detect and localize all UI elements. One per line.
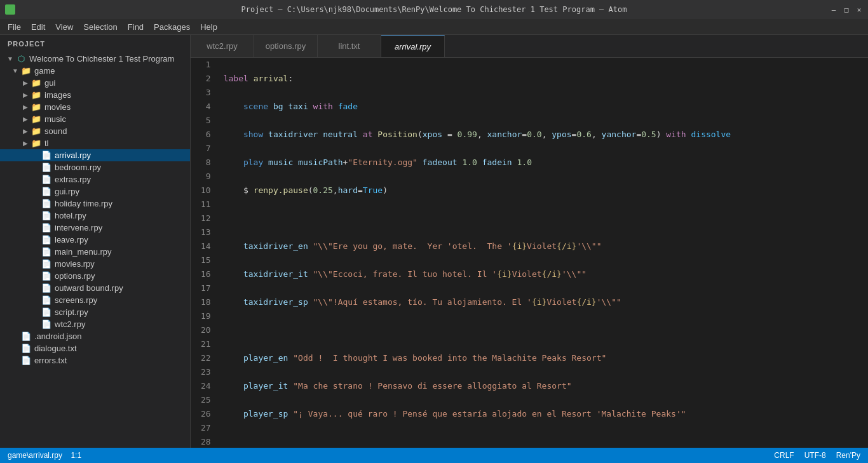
dialogue-label: dialogue.txt xyxy=(34,344,77,353)
bedroom-file-icon: 📄 xyxy=(41,163,52,172)
tree-folder-images[interactable]: ▶ 📁 images xyxy=(0,89,190,101)
intervene-file-icon: 📄 xyxy=(41,223,52,232)
tab-wtc2[interactable]: wtc2.rpy xyxy=(191,35,254,57)
menu-item-file[interactable]: File xyxy=(3,21,26,33)
android-file-icon: 📄 xyxy=(20,332,32,341)
outward-label: outward bound.rpy xyxy=(55,283,123,293)
root-folder-icon: ⬡ xyxy=(15,54,27,64)
editor-area: wtc2.rpy options.rpy lint.txt arrival.rp… xyxy=(191,35,868,448)
tree-folder-game[interactable]: ▼ 📁 game xyxy=(0,65,190,77)
movies-chevron: ▶ xyxy=(20,104,31,111)
status-grammar[interactable]: Ren'Py xyxy=(836,451,860,460)
tl-folder-icon: 📁 xyxy=(31,138,42,148)
status-eol[interactable]: CRLF xyxy=(774,451,794,460)
maximize-button[interactable]: □ xyxy=(843,6,850,13)
errors-label: errors.txt xyxy=(34,356,67,365)
menu-item-view[interactable]: View xyxy=(50,21,78,33)
gui-chevron: ▶ xyxy=(20,79,31,86)
tree-file-moviesrpy[interactable]: 📄 movies.rpy xyxy=(0,258,190,270)
tree-file-intervene[interactable]: 📄 intervene.rpy xyxy=(0,222,190,234)
tree-folder-sound[interactable]: ▶ 📁 sound xyxy=(0,125,190,137)
holiday-label: holiday time.rpy xyxy=(55,199,112,208)
tree-file-gui-rpy[interactable]: 📄 gui.rpy xyxy=(0,185,190,198)
tree-file-wtc2[interactable]: 📄 wtc2.rpy xyxy=(0,318,190,330)
mainmenu-file-icon: 📄 xyxy=(41,247,52,257)
errors-file-icon: 📄 xyxy=(20,356,32,365)
tree-folder-movies[interactable]: ▶ 📁 movies xyxy=(0,101,190,113)
tree-file-bedroom[interactable]: 📄 bedroom.rpy xyxy=(0,161,190,173)
tab-wtc2-label: wtc2.rpy xyxy=(207,41,237,51)
extras-label: extras.rpy xyxy=(55,175,91,184)
tree-file-dialogue[interactable]: 📄 dialogue.txt xyxy=(0,342,190,354)
statusbar: game\arrival.rpy 1:1 CRLF UTF-8 Ren'Py xyxy=(0,448,868,463)
tree-file-leave[interactable]: 📄 leave.rpy xyxy=(0,234,190,246)
sidebar-header: Project xyxy=(0,35,190,53)
music-chevron: ▶ xyxy=(20,116,31,123)
gui-folder-icon: 📁 xyxy=(31,78,42,88)
sidebar: Project ▼ ⬡ Welcome To Chichester 1 Test… xyxy=(0,35,191,448)
root-label: Welcome To Chichester 1 Test Program xyxy=(29,54,174,64)
tree-file-mainmenu[interactable]: 📄 main_menu.rpy xyxy=(0,246,190,258)
tab-arrival[interactable]: arrival.rpy xyxy=(381,35,445,57)
app-icon xyxy=(5,4,15,15)
guirpy-file-icon: 📄 xyxy=(41,187,52,196)
tree-folder-music[interactable]: ▶ 📁 music xyxy=(0,113,190,125)
tree-file-arrival[interactable]: 📄 arrival.rpy xyxy=(0,149,190,161)
tab-lint[interactable]: lint.txt xyxy=(318,35,381,57)
outward-file-icon: 📄 xyxy=(41,283,52,293)
tree-file-script[interactable]: 📄 script.rpy xyxy=(0,306,190,318)
tree-folder-tl[interactable]: ▶ 📁 tl xyxy=(0,137,190,149)
music-folder-icon: 📁 xyxy=(31,114,42,124)
arrival-file-icon: 📄 xyxy=(41,151,52,160)
titlebar: Project — C:\Users\njk98\Documents\RenPy… xyxy=(0,0,868,19)
script-label: script.rpy xyxy=(55,307,88,317)
minimize-button[interactable]: — xyxy=(830,6,837,13)
tree-root[interactable]: ▼ ⬡ Welcome To Chichester 1 Test Program xyxy=(0,53,190,65)
tab-options[interactable]: options.rpy xyxy=(254,35,318,57)
status-right: CRLF UTF-8 Ren'Py xyxy=(774,451,860,460)
code-editor[interactable]: 12345 678910 1112131415 1617181920 21222… xyxy=(191,58,868,448)
images-folder-icon: 📁 xyxy=(31,90,42,100)
file-tree: ▼ ⬡ Welcome To Chichester 1 Test Program… xyxy=(0,53,190,448)
tab-bar: wtc2.rpy options.rpy lint.txt arrival.rp… xyxy=(191,35,868,58)
moviesrpy-file-icon: 📄 xyxy=(41,259,52,269)
arrival-label: arrival.rpy xyxy=(55,151,91,160)
code-content: label arrival: scene bg taxi with fade s… xyxy=(219,58,868,448)
tab-arrival-label: arrival.rpy xyxy=(395,42,431,51)
tree-folder-gui[interactable]: ▶ 📁 gui xyxy=(0,77,190,89)
main-layout: Project ▼ ⬡ Welcome To Chichester 1 Test… xyxy=(0,35,868,448)
tl-chevron: ▶ xyxy=(20,140,31,147)
menu-item-selection[interactable]: Selection xyxy=(78,21,122,33)
mainmenu-label: main_menu.rpy xyxy=(55,247,112,257)
script-file-icon: 📄 xyxy=(41,307,52,317)
tree-file-outward[interactable]: 📄 outward bound.rpy xyxy=(0,282,190,294)
sound-label: sound xyxy=(44,126,67,136)
leave-label: leave.rpy xyxy=(55,235,88,245)
game-label: game xyxy=(34,66,55,76)
tree-file-holiday[interactable]: 📄 holiday time.rpy xyxy=(0,198,190,210)
leave-file-icon: 📄 xyxy=(41,235,52,245)
hotel-label: hotel.rpy xyxy=(55,211,86,220)
status-encoding[interactable]: UTF-8 xyxy=(804,451,826,460)
tree-file-screens[interactable]: 📄 screens.rpy xyxy=(0,294,190,306)
tree-file-extras[interactable]: 📄 extras.rpy xyxy=(0,173,190,185)
options-label: options.rpy xyxy=(55,271,95,281)
hotel-file-icon: 📄 xyxy=(41,211,52,220)
menu-item-packages[interactable]: Packages xyxy=(149,21,195,33)
tree-file-options[interactable]: 📄 options.rpy xyxy=(0,270,190,282)
menu-item-help[interactable]: Help xyxy=(195,21,222,33)
close-button[interactable]: ✕ xyxy=(855,6,863,13)
sound-folder-icon: 📁 xyxy=(31,126,42,136)
tree-file-errors[interactable]: 📄 errors.txt xyxy=(0,354,190,366)
menu-item-edit[interactable]: Edit xyxy=(26,21,50,33)
menu-item-find[interactable]: Find xyxy=(123,21,149,33)
gui-label: gui xyxy=(44,78,55,88)
screens-file-icon: 📄 xyxy=(41,295,52,305)
tree-file-androidjson[interactable]: 📄 .android.json xyxy=(0,330,190,342)
movies-label: movies xyxy=(44,102,71,112)
tree-file-hotel[interactable]: 📄 hotel.rpy xyxy=(0,210,190,222)
moviesrpy-label: movies.rpy xyxy=(55,259,95,269)
movies-folder-icon: 📁 xyxy=(31,102,42,112)
options-file-icon: 📄 xyxy=(41,271,52,281)
images-chevron: ▶ xyxy=(20,91,31,98)
